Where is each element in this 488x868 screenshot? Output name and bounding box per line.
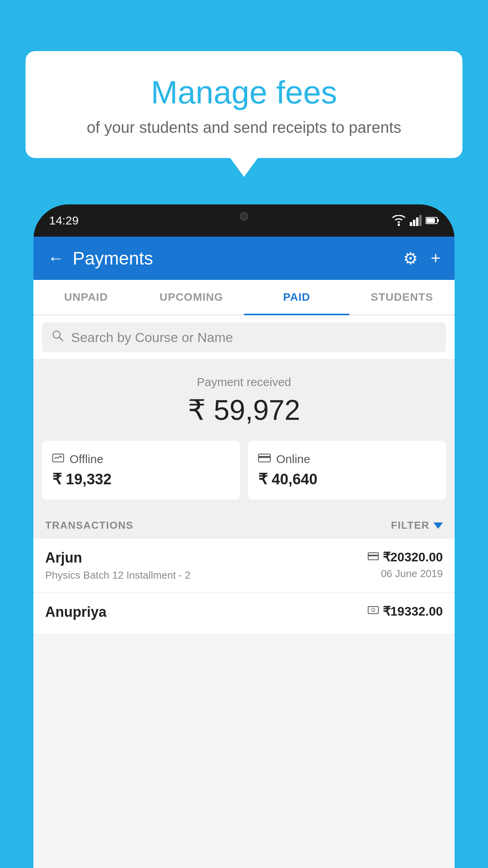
online-card-top: Online — [258, 452, 436, 466]
svg-point-16 — [372, 609, 375, 612]
add-button[interactable]: + — [431, 249, 440, 268]
status-time: 14:29 — [49, 214, 79, 227]
payment-received-label: Payment received — [45, 375, 443, 389]
app-header: ← Payments ⚙ + — [33, 237, 455, 280]
transactions-label: TRANSACTIONS — [45, 519, 134, 531]
svg-rect-15 — [368, 607, 378, 614]
tab-unpaid[interactable]: UNPAID — [33, 280, 139, 314]
transaction-right: ₹19332.00 — [368, 604, 443, 622]
svg-line-9 — [59, 337, 63, 341]
transaction-amount: ₹19332.00 — [383, 604, 443, 619]
offline-card-top: Offline — [52, 452, 230, 466]
transaction-right: ₹20320.00 06 June 2019 — [368, 550, 443, 580]
header-title: Payments — [73, 248, 153, 269]
transactions-header: TRANSACTIONS FILTER — [33, 508, 455, 539]
card-icon — [368, 551, 379, 563]
svg-point-0 — [398, 224, 400, 226]
back-button[interactable]: ← — [48, 250, 64, 267]
payment-received-section: Payment received ₹ 59,972 — [33, 360, 455, 441]
svg-rect-6 — [437, 219, 439, 222]
speech-bubble: Manage fees of your students and send re… — [26, 51, 462, 158]
svg-rect-7 — [426, 218, 435, 223]
payment-amount-large: ₹ 59,972 — [45, 394, 443, 427]
offline-payment-card: Offline ₹ 19,332 — [42, 441, 240, 500]
filter-triangle-icon — [433, 522, 443, 529]
online-payment-card: Online ₹ 40,640 — [248, 441, 446, 500]
svg-rect-12 — [259, 456, 270, 458]
online-amount: ₹ 40,640 — [258, 471, 436, 488]
transaction-row[interactable]: Anupriya ₹19332.00 — [33, 593, 455, 635]
phone-frame: 14:29 — [33, 204, 455, 868]
offline-amount: ₹ 19,332 — [52, 471, 230, 488]
transaction-amount: ₹20320.00 — [383, 550, 443, 565]
transaction-row[interactable]: Arjun Physics Batch 12 Installment - 2 ₹… — [33, 539, 455, 593]
wifi-icon — [392, 215, 406, 226]
search-bar[interactable]: Search by Course or Name — [42, 322, 446, 352]
tabs-bar: UNPAID UPCOMING PAID STUDENTS — [33, 280, 455, 315]
course-info: Physics Batch 12 Installment - 2 — [45, 569, 191, 581]
speech-bubble-container: Manage fees of your students and send re… — [26, 51, 462, 158]
online-icon — [258, 453, 271, 465]
amount-row: ₹19332.00 — [368, 604, 443, 619]
search-icon — [51, 329, 64, 345]
phone-camera — [240, 212, 248, 221]
transaction-left: Arjun Physics Batch 12 Installment - 2 — [45, 550, 191, 581]
svg-rect-2 — [413, 220, 415, 226]
app-screen: ← Payments ⚙ + UNPAID UPCOMING PAID STUD… — [33, 237, 455, 868]
tab-paid[interactable]: PAID — [244, 280, 349, 314]
manage-fees-title: Manage fees — [45, 75, 443, 110]
header-right: ⚙ + — [403, 249, 440, 268]
svg-rect-3 — [416, 217, 418, 226]
svg-rect-14 — [368, 555, 378, 556]
header-left: ← Payments — [48, 248, 153, 269]
payment-cards: Offline ₹ 19,332 Online ₹ 40,640 — [33, 441, 455, 508]
battery-icon — [426, 217, 439, 224]
settings-icon[interactable]: ⚙ — [403, 249, 418, 268]
student-name: Anupriya — [45, 604, 106, 620]
status-bar: 14:29 — [33, 204, 455, 237]
transaction-date: 06 June 2019 — [368, 568, 443, 580]
search-placeholder: Search by Course or Name — [71, 330, 233, 345]
svg-rect-4 — [419, 215, 422, 226]
amount-row: ₹20320.00 — [368, 550, 443, 565]
status-icons — [392, 215, 439, 226]
search-bar-wrap: Search by Course or Name — [33, 315, 455, 360]
student-name: Arjun — [45, 550, 191, 566]
online-label: Online — [276, 452, 310, 466]
tab-upcoming[interactable]: UPCOMING — [139, 280, 244, 314]
cash-icon — [368, 605, 379, 618]
filter-button[interactable]: FILTER — [391, 519, 443, 531]
signal-icon — [410, 215, 422, 226]
transaction-left: Anupriya — [45, 604, 106, 623]
phone-notch — [213, 204, 275, 228]
tab-students[interactable]: STUDENTS — [349, 280, 455, 314]
svg-rect-1 — [410, 222, 412, 226]
offline-icon — [52, 453, 64, 466]
manage-fees-subtitle: of your students and send receipts to pa… — [45, 119, 443, 136]
offline-label: Offline — [70, 452, 103, 466]
transaction-list: Arjun Physics Batch 12 Installment - 2 ₹… — [33, 539, 455, 635]
